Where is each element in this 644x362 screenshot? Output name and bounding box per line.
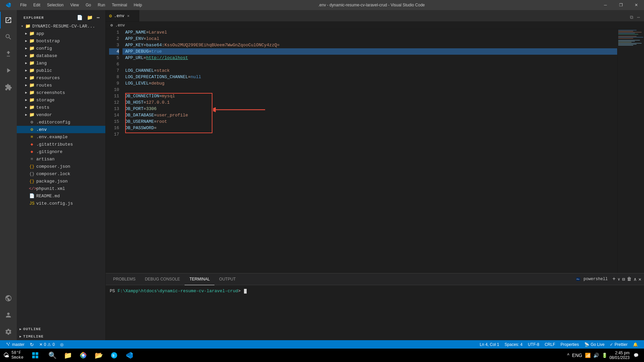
taskbar-chrome[interactable] <box>76 349 91 362</box>
more-actions-button[interactable]: ⋯ <box>636 13 641 21</box>
new-file-button[interactable]: 📄 <box>76 14 84 21</box>
sidebar-item-database[interactable]: ▶ 📁 database <box>17 52 105 59</box>
status-position[interactable]: Ln 4, Col 1 <box>477 340 502 349</box>
status-notifications[interactable]: 🔔 <box>630 340 641 349</box>
taskbar-skype[interactable]: S <box>107 349 121 362</box>
tab-env[interactable]: ⚙ .env ✕ <box>106 10 139 21</box>
menu-terminal[interactable]: Terminal <box>108 0 130 10</box>
tray-chevron-icon[interactable]: ^ <box>567 353 569 358</box>
split-editor-button[interactable]: ⧉ <box>629 13 635 21</box>
menu-help[interactable]: Help <box>131 0 146 10</box>
timeline-section-header[interactable]: ▶ TIMELINE <box>17 333 105 340</box>
terminal-content[interactable]: PS F:\Xampp\htdocs\dynamic-resume-cv-lar… <box>106 285 644 340</box>
tray-time[interactable]: 2:45 pm 08/01/2023 <box>609 351 630 360</box>
maximize-button[interactable]: ❐ <box>613 0 629 10</box>
notification-button[interactable]: 💬 <box>632 353 641 358</box>
file-icon: {} <box>29 171 35 176</box>
line-num: 3 <box>109 42 119 48</box>
start-button[interactable] <box>27 352 44 359</box>
tab-label: .env <box>114 13 124 18</box>
sidebar-item-resources[interactable]: ▶ 📁 resources <box>17 74 105 82</box>
menu-view[interactable]: View <box>67 0 82 10</box>
activity-source-control[interactable] <box>0 45 17 62</box>
status-spaces[interactable]: Spaces: 4 <box>502 340 525 349</box>
activity-remote[interactable] <box>0 290 17 307</box>
maximize-panel-button[interactable]: ∧ <box>634 276 636 282</box>
status-language[interactable]: Properties <box>558 340 582 349</box>
panel-tab-terminal[interactable]: TERMINAL <box>185 273 214 285</box>
split-terminal-button[interactable]: ⊟ <box>622 276 625 282</box>
sidebar-item-composer-json[interactable]: {} composer.json <box>17 163 105 170</box>
kill-terminal-button[interactable]: 🗑 <box>627 276 632 282</box>
taskbar-items: 🔍 📁 📂 S <box>44 349 138 362</box>
menu-run[interactable]: Run <box>94 0 108 10</box>
taskbar-search[interactable]: 🔍 <box>45 349 60 362</box>
activity-explorer[interactable] <box>0 12 17 29</box>
sidebar-item-composer-lock[interactable]: {} composer.lock <box>17 170 105 177</box>
sidebar-item-gitignore[interactable]: ◆ .gitignore <box>17 148 105 155</box>
status-branch[interactable]: master <box>3 340 27 349</box>
sidebar-item-tests[interactable]: ▶ 📁 tests <box>17 104 105 111</box>
close-panel-button[interactable]: ✕ <box>639 276 641 282</box>
taskbar-vscode[interactable] <box>122 349 137 362</box>
status-remote[interactable]: ◎ <box>57 340 66 349</box>
breadcrumb-file[interactable]: ⚙ .env <box>110 23 125 28</box>
sidebar-item-app[interactable]: ▶ 📁 app <box>17 30 105 37</box>
tray-lang[interactable]: ENG <box>572 353 582 358</box>
sidebar-item-routes[interactable]: ▶ 📁 routes <box>17 82 105 89</box>
taskbar-file-explorer[interactable]: 📁 <box>60 349 75 362</box>
taskbar-folder[interactable]: 📂 <box>91 349 106 362</box>
new-terminal-button[interactable]: + <box>612 276 616 282</box>
outline-section-header[interactable]: ▶ OUTLINE <box>17 325 105 333</box>
activity-accounts[interactable] <box>0 307 17 323</box>
folder-icon: 📁 <box>29 97 35 103</box>
status-sync[interactable]: ↻ <box>27 340 37 349</box>
sidebar-item-artisan[interactable]: ≡ artisan <box>17 155 105 163</box>
activity-extensions[interactable] <box>0 79 17 96</box>
close-button[interactable]: ✕ <box>629 0 644 10</box>
terminal-dropdown-button[interactable]: ∨ <box>617 277 620 282</box>
activity-run-debug[interactable] <box>0 62 17 79</box>
sidebar-item-editorconfig[interactable]: ⚙ .editorconfig <box>17 118 105 126</box>
status-encoding[interactable]: UTF-8 <box>525 340 542 349</box>
status-line-ending[interactable]: CRLF <box>542 340 558 349</box>
tab-close-button[interactable]: ✕ <box>127 13 130 19</box>
root-folder-label: DYNAMIC-RESUME-CV-LAR... <box>32 24 95 29</box>
code-editor[interactable]: APP_NAME=Laravel APP_ENV=local APP_KEY=b… <box>122 29 617 273</box>
status-prettier[interactable]: ✓ Prettier <box>607 340 630 349</box>
sidebar-item-screenshots[interactable]: ▶ 📁 screenshots <box>17 89 105 96</box>
sidebar-item-package-json[interactable]: {} package.json <box>17 177 105 185</box>
line-num: 9 <box>109 80 119 87</box>
svg-rect-5 <box>36 352 38 355</box>
new-folder-button[interactable]: 📁 <box>86 14 94 21</box>
sidebar-item-lang[interactable]: ▶ 📁 lang <box>17 59 105 67</box>
sidebar-item-env-example[interactable]: ≡ .env.example <box>17 133 105 141</box>
menu-edit[interactable]: Edit <box>30 0 44 10</box>
activity-settings[interactable] <box>0 323 17 340</box>
menu-file[interactable]: File <box>17 0 30 10</box>
sidebar-item-gitattributes[interactable]: ◆ .gitattributes <box>17 141 105 148</box>
menu-go[interactable]: Go <box>82 0 94 10</box>
panel-tab-debug-console[interactable]: DEBUG CONSOLE <box>140 273 185 285</box>
activity-search[interactable] <box>0 29 17 45</box>
status-bar: master ↻ ✕ 0 ⚠ 0 ◎ Ln 4, Col 1 Spaces: 4… <box>0 340 644 349</box>
status-errors[interactable]: ✕ 0 ⚠ 0 <box>37 340 57 349</box>
status-golive[interactable]: 📡 Go Live <box>582 340 607 349</box>
sidebar-item-public[interactable]: ▶ 📁 public <box>17 67 105 74</box>
sidebar-item-phpunit-xml[interactable]: </> phpunit.xml <box>17 185 105 192</box>
sidebar-item-bootstrap[interactable]: ▶ 📁 bootstrap <box>17 37 105 45</box>
sidebar-item-vendor[interactable]: ▶ 📁 vendor <box>17 111 105 118</box>
more-actions-button[interactable]: ⋯ <box>96 14 101 21</box>
panel-tab-problems[interactable]: PROBLEMS <box>108 273 140 285</box>
menu-selection[interactable]: Selection <box>44 0 67 10</box>
sidebar-header: EXPLORER 📄 📁 ⋯ <box>17 10 105 22</box>
sidebar-item-readme[interactable]: 📄 README.md <box>17 192 105 200</box>
root-folder[interactable]: ▾ 📁 DYNAMIC-RESUME-CV-LAR... <box>17 22 105 30</box>
weather-widget[interactable]: 🌤 58°F Smoke <box>0 351 27 360</box>
panel-tab-output[interactable]: OUTPUT <box>214 273 240 285</box>
sidebar-item-vite-config[interactable]: JS vite.config.js <box>17 200 105 207</box>
sidebar-item-env[interactable]: ⚙ .env <box>17 126 105 133</box>
minimize-button[interactable]: ─ <box>598 0 613 10</box>
sidebar-item-storage[interactable]: ▶ 📁 storage <box>17 96 105 104</box>
sidebar-item-config[interactable]: ▶ 📁 config <box>17 45 105 52</box>
